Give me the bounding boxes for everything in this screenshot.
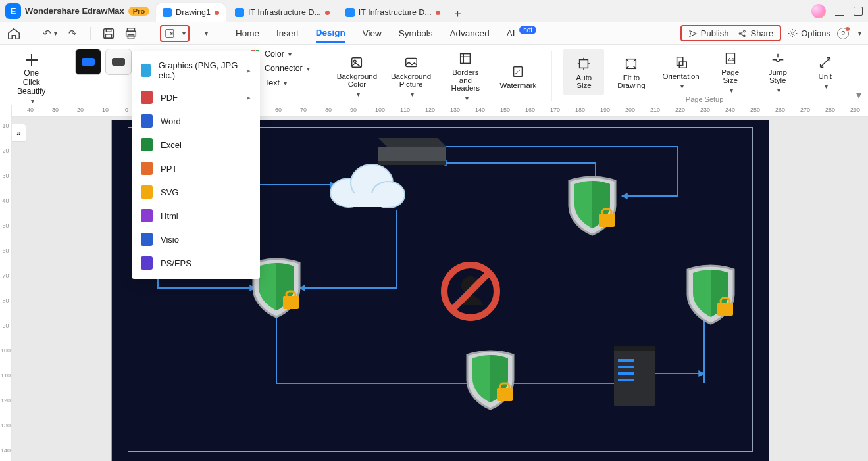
share-icon: [738, 29, 747, 38]
help-button[interactable]: ?: [837, 28, 849, 39]
chevron-down-icon[interactable]: ▾: [858, 30, 861, 37]
options-label: Options: [801, 28, 830, 38]
chevron-down-icon: ▾: [182, 30, 186, 37]
no-hacker-shape[interactable]: [441, 262, 500, 321]
hruler-tick: 200: [625, 107, 635, 113]
tab-it-infra-2[interactable]: IT Infrastructure D...: [339, 3, 447, 22]
svg-point-16: [354, 60, 357, 62]
shield-shape[interactable]: [563, 173, 622, 239]
chevron-down-icon: ▾: [680, 83, 684, 90]
export-option-xls[interactable]: Excel: [132, 133, 260, 157]
jump-style-button[interactable]: Jump Style ▾: [757, 49, 798, 95]
borders-headers-button[interactable]: Borders and Headers ▾: [442, 49, 489, 103]
export-option-label: Html: [161, 211, 178, 221]
undo-button[interactable]: ↶▾: [43, 26, 57, 41]
publish-icon: [688, 29, 698, 38]
color-label: Color: [265, 49, 284, 59]
svg-rect-31: [378, 147, 446, 161]
save-button[interactable]: [101, 26, 116, 41]
minimize-button[interactable]: [835, 7, 844, 16]
document-tabs: Drawing1 IT Infrastructure D... IT Infra…: [156, 0, 467, 22]
export-option-word[interactable]: Word: [132, 109, 260, 133]
background-picture-button[interactable]: Background Picture ▾: [388, 49, 434, 103]
xls-file-icon: [141, 138, 153, 151]
server-rack-shape[interactable]: [372, 130, 447, 166]
new-tab-button[interactable]: ＋: [449, 5, 467, 22]
vertical-ruler: 102030405060708090100110120130140: [0, 105, 12, 461]
export-option-html[interactable]: Html: [132, 204, 260, 228]
tab-drawing1[interactable]: Drawing1: [156, 3, 226, 22]
export-menu: Graphics (PNG, JPG etc.)▸PDF▸WordExcelPP…: [132, 51, 260, 279]
group-title-page-setup: Page Setup: [686, 95, 724, 106]
user-avatar-icon[interactable]: [811, 4, 826, 18]
style-preset-light[interactable]: [105, 49, 132, 75]
export-button[interactable]: ▾: [160, 25, 190, 42]
hruler-tick: 0: [125, 107, 128, 113]
title-bar: E Wondershare EdrawMax Pro Drawing1 IT I…: [0, 0, 868, 22]
menu-home[interactable]: Home: [236, 24, 259, 42]
orientation-button[interactable]: Orientation ▾: [658, 49, 703, 95]
export-option-ppt[interactable]: PPT: [132, 157, 260, 180]
svg-rect-44: [614, 346, 655, 406]
publish-button[interactable]: Publish: [688, 28, 729, 38]
export-more-button[interactable]: ▾: [197, 26, 212, 41]
svg-rect-5: [128, 34, 134, 38]
auto-size-label: Auto Size: [576, 74, 592, 89]
menu-bar: ↶▾ ↷ ▾ ▾ Home Insert Design View Symbols…: [0, 22, 868, 45]
shield-shape[interactable]: [681, 262, 740, 328]
watermark-button[interactable]: Watermark: [497, 49, 540, 103]
maximize-button[interactable]: [854, 7, 863, 16]
fit-to-drawing-button[interactable]: Fit to Drawing: [611, 49, 651, 95]
export-option-label: Excel: [161, 140, 182, 150]
menu-ai[interactable]: AI hot: [507, 24, 536, 42]
menu-ai-label: AI: [507, 28, 515, 38]
shield-shape[interactable]: [461, 347, 520, 413]
share-button[interactable]: Share: [738, 28, 773, 38]
gear-icon: [788, 28, 798, 38]
redo-button[interactable]: ↷: [65, 26, 80, 41]
hruler-tick: 80: [325, 107, 332, 113]
menu-symbols[interactable]: Symbols: [399, 24, 433, 42]
home-button[interactable]: [7, 26, 21, 41]
beautify-label: One Click Beautify: [17, 68, 45, 96]
auto-size-button[interactable]: Auto Size: [563, 49, 604, 95]
menu-insert[interactable]: Insert: [276, 24, 299, 42]
print-button[interactable]: [124, 26, 138, 41]
hruler-tick: 180: [575, 107, 585, 113]
svg-rect-32: [378, 161, 446, 165]
unit-button[interactable]: Unit ▾: [805, 49, 846, 95]
svg-rect-47: [618, 366, 634, 368]
one-click-beautify-button[interactable]: One Click Beautify ▾: [12, 49, 51, 109]
watermark-label: Watermark: [500, 82, 537, 89]
svg-rect-45: [614, 346, 655, 351]
hruler-tick: 130: [450, 107, 460, 113]
export-option-ps[interactable]: PS/EPS: [132, 251, 260, 275]
tab-it-infra-1[interactable]: IT Infrastructure D...: [228, 3, 336, 22]
export-option-img[interactable]: Graphics (PNG, JPG etc.)▸: [132, 55, 260, 85]
app-title: Wondershare EdrawMax: [25, 6, 124, 16]
menu-view[interactable]: View: [363, 24, 382, 42]
vruler-tick: 120: [0, 397, 11, 404]
menu-advanced[interactable]: Advanced: [450, 24, 490, 42]
chevron-down-icon: ▾: [357, 91, 360, 98]
export-option-pdf[interactable]: PDF▸: [132, 85, 260, 109]
background-color-button[interactable]: Background Color ▾: [334, 49, 380, 103]
bg-color-icon: [349, 55, 364, 70]
server-tower-shape[interactable]: [609, 341, 665, 413]
chevron-down-icon: ▾: [31, 97, 34, 105]
export-option-label: Word: [161, 116, 181, 126]
menu-design[interactable]: Design: [316, 24, 345, 43]
expand-side-panel-button[interactable]: »: [12, 124, 26, 142]
export-option-svg[interactable]: SVG: [132, 180, 260, 204]
svg-rect-29: [341, 193, 394, 207]
style-preset-dark[interactable]: [75, 49, 101, 75]
text-label: Text: [265, 78, 280, 87]
options-button[interactable]: Options: [788, 28, 830, 38]
hruler-tick: 100: [375, 107, 385, 113]
collapse-ribbon-button[interactable]: ▾: [856, 89, 863, 101]
vruler-tick: 140: [0, 447, 11, 454]
page-size-button[interactable]: A4 Page Size ▾: [710, 49, 751, 95]
chevron-down-icon: ▾: [730, 87, 733, 94]
export-option-visio[interactable]: Visio: [132, 228, 260, 251]
app-logo-icon: E: [5, 3, 21, 19]
